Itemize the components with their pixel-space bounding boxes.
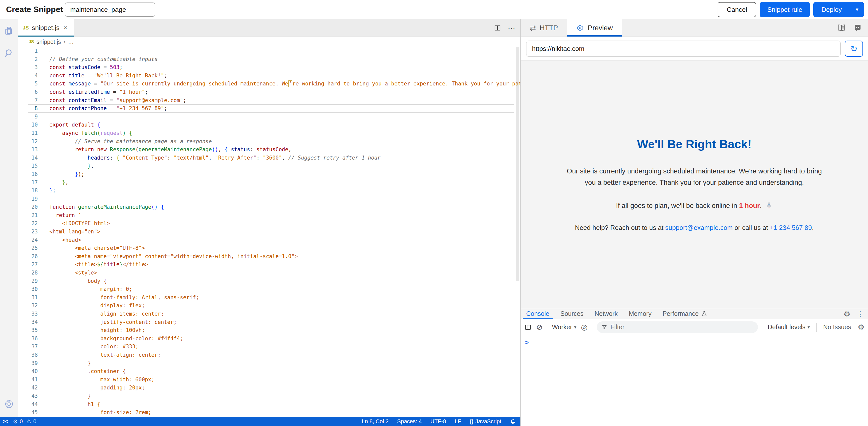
code-line[interactable]: 35 height: 100vh; xyxy=(18,326,520,335)
code-line[interactable]: 13 return new Response(generateMaintenan… xyxy=(18,145,520,154)
live-expression-eye-icon[interactable]: ◎ xyxy=(581,323,587,332)
cursor-position[interactable]: Ln 8, Col 2 xyxy=(362,418,389,425)
code-line[interactable]: 7const contactEmail = "support@example.c… xyxy=(18,96,520,105)
header-actions: Cancel Snippet rule Deploy ▾ xyxy=(718,2,864,17)
preview-url-input[interactable] xyxy=(526,40,841,57)
code-lines[interactable]: 12// Define your customizable inputs3con… xyxy=(18,47,520,417)
code-line[interactable]: 4const title = "We'll Be Right Back!"; xyxy=(18,72,520,80)
code-line[interactable]: 45 font-size: 2rem; xyxy=(18,408,520,417)
snippet-rule-button[interactable]: Snippet rule xyxy=(760,2,810,17)
code-line[interactable]: 29 body { xyxy=(18,277,520,285)
close-tab-icon[interactable]: × xyxy=(63,24,67,32)
code-line[interactable]: 30 margin: 0; xyxy=(18,285,520,293)
deploy-dropdown-button[interactable]: ▾ xyxy=(850,2,864,17)
code-line[interactable]: 22 <!DOCTYPE html> xyxy=(18,219,520,228)
console-output[interactable]: > xyxy=(521,335,868,346)
code-line[interactable]: 10export default { xyxy=(18,121,520,129)
problems-errors[interactable]: ⊗ 0 xyxy=(13,418,23,425)
maintenance-message: Our site is currently undergoing schedul… xyxy=(566,166,823,188)
http-arrows-icon: ⇄ xyxy=(530,24,536,32)
code-line[interactable]: 6const estimatedTime = "1 hour"; xyxy=(18,88,520,96)
devtools-tab-performance[interactable]: Performance xyxy=(657,308,713,319)
tab-preview[interactable]: Preview xyxy=(567,19,622,36)
more-actions-icon[interactable]: ⋯ xyxy=(508,24,516,32)
code-line[interactable]: 15 }, xyxy=(18,162,520,170)
status-bar: >< ⊗ 0 ⚠ 0 Ln 8, Col 2 Spaces: 4 UTF-8 L… xyxy=(0,417,520,426)
code-line[interactable]: 25 <meta charset="UTF-8"> xyxy=(18,244,520,252)
problems-warnings[interactable]: ⚠ 0 xyxy=(26,418,36,425)
code-line[interactable]: 40 .container { xyxy=(18,367,520,376)
code-line[interactable]: 27 <title>${title}</title> xyxy=(18,260,520,269)
email-link[interactable]: support@example.com xyxy=(665,224,733,231)
code-line[interactable]: 44 h1 { xyxy=(18,400,520,408)
code-line[interactable]: 28 <style> xyxy=(18,269,520,277)
code-line[interactable]: 36 background-color: #f4f4f4; xyxy=(18,335,520,343)
code-line[interactable]: 34 justify-content: center; xyxy=(18,318,520,326)
search-icon[interactable] xyxy=(0,42,18,64)
editor-scrollbar[interactable] xyxy=(516,47,519,281)
split-editor-icon[interactable] xyxy=(494,24,501,32)
eol-sequence[interactable]: LF xyxy=(455,418,461,425)
code-line[interactable]: 32 display: flex; xyxy=(18,302,520,310)
code-line[interactable]: 11 async fetch(request) { xyxy=(18,129,520,137)
discord-icon[interactable] xyxy=(854,24,862,32)
devtools-settings-gear-icon[interactable]: ⚙ xyxy=(843,310,850,318)
code-line[interactable]: 18}; xyxy=(18,187,520,195)
code-line[interactable]: 42 padding: 20px; xyxy=(18,384,520,392)
code-line[interactable]: 2// Define your customizable inputs xyxy=(18,55,520,63)
code-line[interactable]: 5const message = "Our site is currently … xyxy=(18,80,520,88)
indentation[interactable]: Spaces: 4 xyxy=(397,418,422,425)
code-line[interactable]: 1 xyxy=(18,47,520,55)
code-line[interactable]: 9 xyxy=(18,113,520,121)
code-line[interactable]: 20function generateMaintenancePage() { xyxy=(18,203,520,211)
code-line[interactable]: 14 headers: { "Content-Type": "text/html… xyxy=(18,154,520,162)
breadcrumb[interactable]: JS snippet.js › … xyxy=(18,37,520,47)
devtools-tab-console[interactable]: Console xyxy=(521,308,555,319)
filter-input[interactable] xyxy=(610,323,736,331)
code-line[interactable]: 8const contactPhone = "+1 234 567 89"; xyxy=(18,104,520,113)
console-sidebar-toggle-icon[interactable] xyxy=(524,323,532,331)
code-line[interactable]: 24 <head> xyxy=(18,236,520,244)
breadcrumb-more[interactable]: … xyxy=(68,38,74,46)
context-selector[interactable]: Worker ▾ xyxy=(552,323,576,331)
breadcrumb-file[interactable]: snippet.js xyxy=(36,38,61,46)
code-line[interactable]: 37 color: #333; xyxy=(18,343,520,351)
language-mode[interactable]: {} JavaScript xyxy=(470,418,501,425)
code-line[interactable]: 16 }); xyxy=(18,170,520,178)
clear-console-icon[interactable]: ⊘ xyxy=(536,323,542,332)
code-line[interactable]: 3const statusCode = 503; xyxy=(18,63,520,72)
devtools-tab-sources[interactable]: Sources xyxy=(555,308,589,319)
devtools-kebab-icon[interactable]: ⋮ xyxy=(857,310,864,318)
code-line[interactable]: 19 xyxy=(18,195,520,203)
files-icon[interactable] xyxy=(0,19,18,42)
snippet-name-input[interactable] xyxy=(65,2,155,17)
notifications-bell-icon[interactable] xyxy=(510,419,516,425)
console-settings-gear-icon[interactable]: ⚙ xyxy=(858,323,865,332)
cancel-button[interactable]: Cancel xyxy=(718,2,756,17)
code-line[interactable]: 41 max-width: 600px; xyxy=(18,376,520,384)
code-line[interactable]: 23<html lang="en"> xyxy=(18,228,520,236)
code-line[interactable]: 38 text-align: center; xyxy=(18,351,520,359)
tab-http[interactable]: ⇄ HTTP xyxy=(521,19,567,36)
preview-tabbar: ⇄ HTTP Preview xyxy=(521,19,868,37)
remote-indicator-icon[interactable]: >< xyxy=(2,418,7,425)
devtools-tab-network[interactable]: Network xyxy=(589,308,623,319)
docs-book-icon[interactable] xyxy=(837,24,846,32)
settings-gear-icon[interactable] xyxy=(0,393,18,416)
refresh-button[interactable]: ↻ xyxy=(845,40,863,57)
code-line[interactable]: 17 }, xyxy=(18,178,520,187)
tab-snippet-js[interactable]: JS snippet.js × xyxy=(18,19,74,36)
code-line[interactable]: 33 align-items: center; xyxy=(18,310,520,318)
code-line[interactable]: 26 <meta name="viewport" content="width=… xyxy=(18,252,520,261)
code-line[interactable]: 21 return ` xyxy=(18,211,520,220)
issues-counter[interactable]: No Issues xyxy=(823,323,851,331)
encoding[interactable]: UTF-8 xyxy=(431,418,446,425)
phone-link[interactable]: +1 234 567 89 xyxy=(770,224,812,231)
devtools-tab-memory[interactable]: Memory xyxy=(623,308,657,319)
deploy-button[interactable]: Deploy xyxy=(813,2,850,17)
code-line[interactable]: 31 font-family: Arial, sans-serif; xyxy=(18,293,520,302)
code-line[interactable]: 43 } xyxy=(18,392,520,400)
log-levels-dropdown[interactable]: Default levels ▾ xyxy=(768,323,810,331)
code-line[interactable]: 39 } xyxy=(18,359,520,368)
code-line[interactable]: 12 // Serve the maintenance page as a re… xyxy=(18,137,520,146)
